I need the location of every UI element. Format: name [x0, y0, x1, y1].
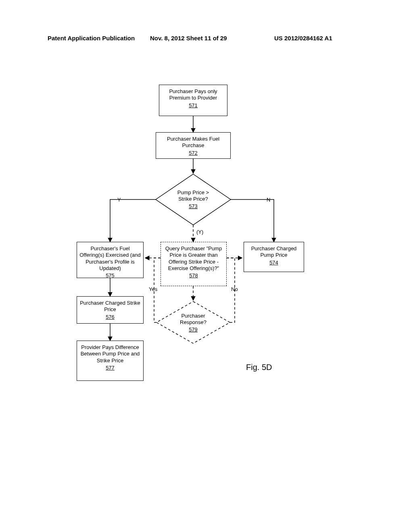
d579-line1: Purchaser [181, 313, 205, 319]
header-mid: Nov. 8, 2012 Sheet 11 of 29 [150, 35, 227, 42]
flowchart: Purchaser Pays only Premium to Provider … [77, 85, 359, 419]
d573-line2: Strike Price? [178, 196, 208, 202]
d579-line2: Response? [180, 319, 206, 325]
header-right: US 2012/0284162 A1 [274, 35, 332, 42]
header-left: Patent Application Publication [48, 35, 135, 42]
connectors: Pump Price > Strike Price? 573 Purchaser… [77, 85, 359, 419]
d579-ref: 579 [189, 326, 198, 332]
d573-ref: 573 [189, 203, 198, 209]
d573-line1: Pump Price > [177, 189, 209, 195]
